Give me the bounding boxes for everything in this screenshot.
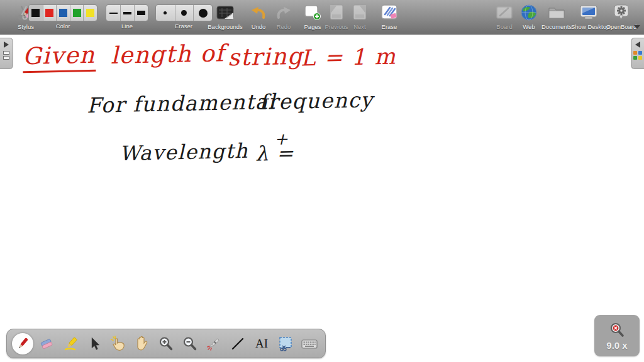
pen-icon: [14, 336, 31, 352]
line-thick-icon: [137, 11, 145, 15]
backgrounds-button[interactable]: Backgrounds: [206, 0, 244, 30]
highlighter-tool-button[interactable]: [60, 333, 81, 354]
handwriting-for-fundamental: For fundamental: [87, 91, 276, 116]
swatch-black: [31, 9, 40, 17]
laser-pointer-tool-button[interactable]: [203, 333, 225, 354]
keyboard-icon: [301, 336, 318, 352]
color-swatch-yellow[interactable]: [83, 5, 97, 21]
next-page-icon: [347, 3, 372, 23]
zoom-in-icon: [158, 336, 174, 352]
web-mode-button[interactable]: Web: [517, 0, 541, 30]
swatch-blue: [59, 9, 67, 17]
zoom-reset-button[interactable]: 9.0 x: [594, 315, 640, 356]
eraser-tool-button[interactable]: [36, 333, 57, 354]
backgrounds-label: Backgrounds: [206, 23, 244, 30]
handwriting-given: Given: [23, 43, 96, 73]
line-tool-button[interactable]: [227, 333, 248, 354]
stylus-label: Stylus: [8, 23, 44, 30]
handwriting-lambda-equals: λ =: [255, 143, 294, 163]
handwriting-length-of: length of: [111, 41, 225, 67]
documents-folder-icon: [540, 3, 574, 23]
line-group-label: Line: [121, 23, 133, 30]
line-thick-button[interactable]: [134, 5, 148, 21]
line-width-group: [106, 4, 148, 21]
erase-page-label: Erase: [375, 23, 404, 30]
open-hand-icon: [133, 335, 151, 353]
show-desktop-icon: [571, 3, 606, 23]
highlighter-icon: [62, 336, 79, 352]
zoom-out-icon: [182, 336, 198, 352]
handwriting-plus: +: [274, 131, 289, 147]
openboard-menu-caret-icon[interactable]: [634, 25, 640, 29]
zoom-level-label: 9.0 x: [606, 340, 627, 351]
eraser-medium-button[interactable]: [175, 5, 194, 21]
pointing-hand-icon: [109, 335, 127, 353]
board-mode-label: Board: [491, 23, 518, 30]
next-page-button[interactable]: Next: [347, 0, 372, 30]
interact-tool-button[interactable]: [108, 333, 129, 354]
zoom-reset-icon: [608, 321, 626, 339]
line-thin-icon: [109, 13, 118, 14]
swatch-yellow: [86, 9, 94, 17]
zoom-in-tool-button[interactable]: [155, 333, 177, 354]
show-desktop-button[interactable]: Show Desktop: [571, 0, 606, 30]
backgrounds-icon: [206, 3, 244, 23]
board-mode-icon: [491, 3, 518, 23]
openboard-menu-button[interactable]: OpenBoard: [605, 0, 638, 30]
cursor-arrow-icon: [87, 336, 102, 351]
swatch-green: [73, 9, 81, 17]
eraser-medium-icon: [181, 10, 187, 16]
color-swatch-blue[interactable]: [56, 5, 70, 21]
undo-label: Undo: [245, 23, 272, 30]
pan-tool-button[interactable]: [131, 333, 153, 354]
openboard-gear-icon: [605, 3, 638, 23]
eraser-small-button[interactable]: [156, 5, 175, 21]
handwriting-string: string: [228, 45, 304, 70]
undo-icon: [245, 3, 272, 23]
board-mode-button[interactable]: Board: [491, 0, 518, 30]
text-tool-glyph: AI: [255, 337, 268, 351]
web-mode-label: Web: [517, 23, 541, 30]
line-thin-button[interactable]: [106, 5, 120, 21]
whiteboard-canvas[interactable]: Given length of string L = 1 m For funda…: [0, 35, 644, 362]
undo-button[interactable]: Undo: [245, 0, 272, 30]
eraser-group-label: Eraser: [175, 23, 192, 30]
line-medium-button[interactable]: [120, 5, 134, 21]
eraser-icon: [38, 336, 55, 352]
zoom-out-tool-button[interactable]: [179, 333, 201, 354]
show-desktop-label: Show Desktop: [571, 23, 606, 30]
openboard-menu-label: OpenBoard: [605, 23, 638, 30]
tools-toolbar: AI: [6, 329, 326, 358]
line-medium-icon: [123, 12, 131, 14]
web-globe-icon: [517, 3, 541, 23]
erase-page-icon: [375, 3, 404, 23]
openboard-window: Stylus Color Line: [0, 0, 644, 362]
color-swatch-green[interactable]: [70, 5, 84, 21]
line-icon: [230, 336, 245, 351]
handwriting-wavelength: Wavelength: [119, 141, 249, 163]
top-toolbar: Stylus Color Line: [0, 0, 644, 35]
text-tool-button[interactable]: AI: [251, 333, 272, 354]
capture-icon: [277, 336, 294, 352]
erase-page-button[interactable]: Erase: [375, 0, 404, 30]
color-picker-group: [28, 4, 97, 21]
documents-label: Documents: [540, 23, 574, 30]
documents-button[interactable]: Documents: [540, 0, 574, 30]
redo-button[interactable]: Redo: [270, 0, 297, 30]
color-swatch-black[interactable]: [29, 5, 43, 21]
capture-tool-button[interactable]: [275, 333, 296, 354]
selector-tool-button[interactable]: [84, 333, 105, 354]
color-group-label: Color: [56, 23, 70, 30]
eraser-size-group: [155, 4, 213, 21]
eraser-small-icon: [164, 11, 167, 14]
handwriting-l-equals-1m: L = 1 m: [301, 45, 397, 69]
redo-label: Redo: [270, 23, 297, 30]
virtual-keyboard-tool-button[interactable]: [299, 333, 320, 354]
pen-tool-button[interactable]: [12, 333, 33, 354]
redo-icon: [270, 3, 297, 23]
handwriting-frequency: frequency: [259, 89, 374, 112]
laser-pointer-icon: [206, 336, 222, 352]
swatch-red: [45, 9, 53, 17]
next-page-label: Next: [347, 23, 372, 30]
color-swatch-red[interactable]: [43, 5, 57, 21]
